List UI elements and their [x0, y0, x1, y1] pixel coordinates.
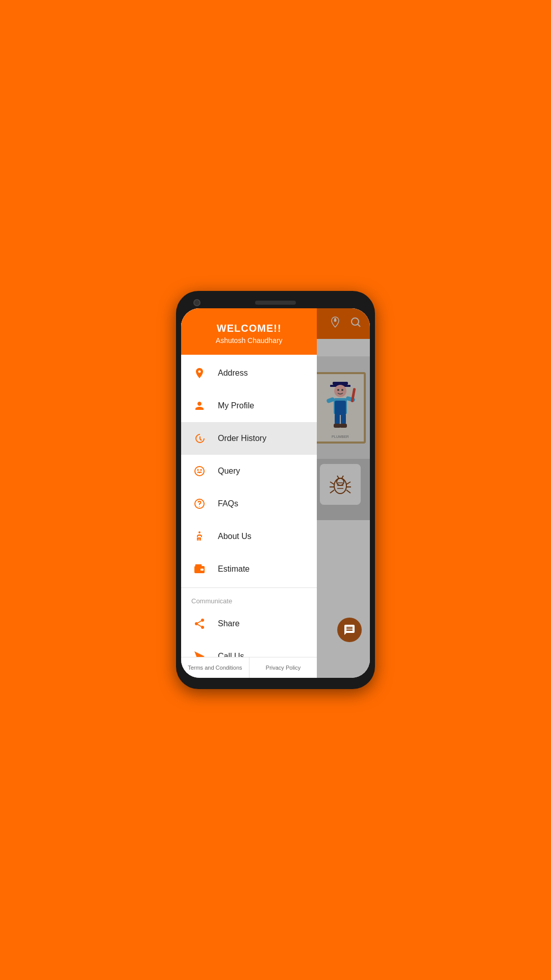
svg-rect-38	[201, 569, 204, 571]
history-icon	[191, 430, 208, 447]
svg-line-44	[198, 621, 202, 623]
navigation-drawer: WELCOME!! Ashutosh Chaudhary Address	[181, 308, 317, 678]
menu-label-estimate: Estimate	[218, 565, 249, 574]
menu-item-share[interactable]: Share	[181, 607, 317, 640]
drawer-footer: Terms and Conditions Privacy Policy	[181, 657, 317, 678]
menu-item-my-profile[interactable]: My Profile	[181, 389, 317, 422]
menu-divider	[181, 587, 317, 588]
share-icon	[191, 616, 208, 632]
query-icon	[191, 463, 208, 479]
menu-label-my-profile: My Profile	[218, 401, 254, 410]
terms-link[interactable]: Terms and Conditions	[181, 657, 249, 678]
drawer-header: WELCOME!! Ashutosh Chaudhary	[181, 308, 317, 355]
menu-label-address: Address	[218, 369, 248, 378]
menu-item-about-us[interactable]: About Us	[181, 520, 317, 553]
accessibility-icon	[191, 528, 208, 545]
svg-point-42	[201, 626, 204, 629]
communicate-section: Communicate	[181, 590, 317, 607]
menu-item-estimate[interactable]: Estimate	[181, 553, 317, 585]
help-icon	[191, 496, 208, 512]
svg-point-36	[198, 531, 201, 533]
wallet-icon	[191, 561, 208, 577]
menu-label-order-history: Order History	[218, 434, 266, 443]
menu-label-faqs: FAQs	[218, 499, 238, 508]
svg-point-35	[199, 506, 200, 507]
phone-top-bar	[181, 296, 370, 308]
menu-label-share: Share	[218, 619, 240, 628]
menu-item-query[interactable]: Query	[181, 455, 317, 487]
person-icon	[191, 398, 208, 414]
welcome-text: WELCOME!!	[191, 323, 307, 334]
menu-item-call-us[interactable]: Call Us	[181, 640, 317, 657]
menu-item-address[interactable]: Address	[181, 357, 317, 389]
send-icon	[191, 648, 208, 657]
svg-marker-45	[194, 651, 205, 657]
svg-point-40	[201, 619, 204, 622]
chat-fab-button[interactable]	[337, 618, 362, 642]
location-icon	[191, 365, 208, 381]
menu-label-query: Query	[218, 467, 240, 476]
phone-speaker	[255, 301, 296, 305]
username-text: Ashutosh Chaudhary	[191, 336, 307, 345]
menu-label-about-us: About Us	[218, 532, 252, 541]
svg-line-43	[198, 625, 202, 627]
communicate-label: Communicate	[191, 597, 232, 605]
privacy-link[interactable]: Privacy Policy	[249, 657, 317, 678]
svg-rect-39	[195, 565, 202, 566]
svg-point-29	[195, 467, 204, 476]
phone-device: , Jaipur, ▼	[176, 291, 375, 689]
menu-label-call-us: Call Us	[218, 652, 244, 657]
svg-point-41	[195, 622, 198, 625]
phone-screen: , Jaipur, ▼	[181, 308, 370, 678]
drawer-menu: Address My Profile	[181, 355, 317, 657]
menu-item-order-history[interactable]: Order History	[181, 422, 317, 455]
phone-camera	[193, 299, 201, 306]
menu-item-faqs[interactable]: FAQs	[181, 487, 317, 520]
